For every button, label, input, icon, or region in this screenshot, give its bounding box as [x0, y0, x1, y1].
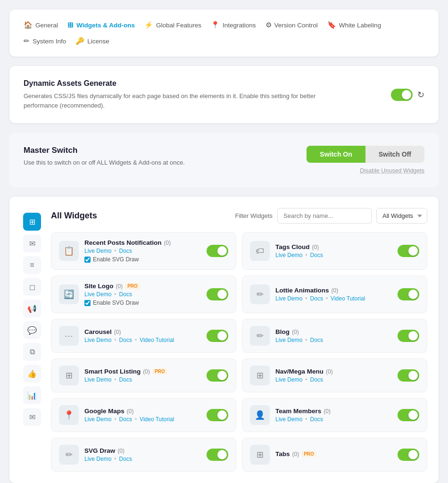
toggle-carousel[interactable]: [207, 330, 228, 342]
nav-integrations[interactable]: 📍 Integrations: [211, 19, 256, 31]
toggle-blog[interactable]: [398, 330, 419, 342]
switch-off-button[interactable]: Switch Off: [365, 146, 424, 163]
widget-count-recent-posts: (0): [164, 240, 171, 246]
dynamic-assets-toggle[interactable]: [391, 89, 413, 101]
widget-docs-recent-posts[interactable]: Docs: [119, 248, 132, 254]
toggle-google-maps[interactable]: [207, 409, 228, 421]
widget-docs-team-members[interactable]: Docs: [310, 416, 323, 423]
widgets-layout: ⊞ ✉ ≡ ◻ 📢 💬 ⧉ 👍 📊 ✉ All Widgets Filter W…: [21, 208, 427, 472]
widget-info-team-members: Team Members (0) Live Demo • Docs: [275, 408, 392, 423]
widget-links-smart-post: Live Demo • Docs: [84, 376, 201, 383]
widget-card-tags-cloud: 🏷 Tags Cloud (0) Live Demo • Docs: [242, 232, 427, 270]
sidebar-icon-layers[interactable]: ⧉: [23, 343, 41, 361]
widget-live-demo-tags-cloud[interactable]: Live Demo: [275, 252, 302, 258]
widget-docs-google-maps[interactable]: Docs: [119, 416, 132, 423]
widget-card-team-members: 👤 Team Members (0) Live Demo • Docs: [242, 398, 427, 432]
widgets-main: All Widgets Filter Widgets All Widgets A…: [51, 208, 427, 472]
widget-live-demo-site-logo[interactable]: Live Demo: [84, 291, 111, 298]
widget-icon-carousel: ⋯: [59, 326, 79, 346]
checkbox-svg-draw-site-logo[interactable]: [84, 300, 91, 306]
widget-name-team-members: Team Members: [275, 408, 321, 415]
filter-select[interactable]: All Widgets Active Inactive Pro: [376, 208, 427, 224]
sidebar-icon-chat[interactable]: 💬: [23, 321, 41, 339]
widget-live-demo-google-maps[interactable]: Live Demo: [84, 416, 111, 423]
checkbox-svg-draw-recent-posts[interactable]: [84, 257, 91, 263]
badge-pro-site-logo: PRO: [125, 283, 140, 289]
widget-docs-tags-cloud[interactable]: Docs: [310, 252, 323, 258]
widget-video-google-maps[interactable]: Video Tutorial: [140, 416, 174, 423]
toggle-tabs[interactable]: [398, 449, 419, 461]
refresh-icon[interactable]: ↻: [417, 90, 424, 100]
sidebar-icon-megaphone[interactable]: 📢: [23, 300, 41, 317]
sidebar-icon-grid[interactable]: ⊞: [23, 213, 41, 231]
widget-docs-carousel[interactable]: Docs: [119, 337, 132, 343]
search-input[interactable]: [277, 208, 372, 224]
widget-icon-tags-cloud: 🏷: [250, 241, 270, 261]
main-container: 🏠 General ⊞ Widgets & Add-ons ⚡ Global F…: [9, 9, 439, 483]
nav-license[interactable]: 🔑 License: [75, 35, 109, 47]
widget-info-tags-cloud: Tags Cloud (0) Live Demo • Docs: [275, 243, 392, 258]
widget-info-recent-posts: Recent Posts Notification (0) Live Demo …: [84, 239, 201, 263]
pen-icon: ✏: [24, 37, 30, 45]
widget-docs-svg-draw[interactable]: Docs: [119, 456, 132, 462]
filter-row: Filter Widgets All Widgets Active Inacti…: [235, 208, 427, 224]
widget-live-demo-blog[interactable]: Live Demo: [275, 337, 302, 343]
widget-docs-nav-mega[interactable]: Docs: [310, 376, 323, 383]
widget-live-demo-recent-posts[interactable]: Live Demo: [84, 248, 111, 254]
widget-docs-smart-post[interactable]: Docs: [119, 376, 132, 383]
widget-live-demo-nav-mega[interactable]: Live Demo: [275, 376, 302, 383]
toggle-nav-mega[interactable]: [398, 369, 419, 382]
pin-icon: 📍: [211, 21, 220, 29]
switch-on-button[interactable]: Switch On: [307, 146, 365, 163]
toggle-smart-post[interactable]: [207, 369, 228, 382]
widget-docs-blog[interactable]: Docs: [310, 337, 323, 343]
widget-count-team-members: (0): [324, 408, 331, 415]
toggle-tags-cloud[interactable]: [398, 245, 419, 257]
widget-card-svg-draw: ✏ SVG Draw (0) Live Demo • Docs: [51, 438, 236, 472]
widget-live-demo-smart-post[interactable]: Live Demo: [84, 376, 111, 383]
nav-general[interactable]: 🏠 General: [24, 19, 58, 31]
widgets-sidebar: ⊞ ✉ ≡ ◻ 📢 💬 ⧉ 👍 📊 ✉: [21, 208, 43, 472]
widget-live-demo-team-members[interactable]: Live Demo: [275, 416, 302, 423]
widget-icon-nav-mega: ⊞: [250, 366, 270, 385]
sidebar-icon-chart[interactable]: 📊: [23, 386, 41, 404]
nav-white-labeling[interactable]: 🔖 White Labeling: [327, 19, 381, 31]
gear-icon: ⚙: [265, 21, 272, 29]
sidebar-icon-envelope[interactable]: ✉: [23, 408, 41, 426]
dynamic-assets-text: Dynamic Assets Generate Generates CSS/JS…: [24, 79, 344, 110]
toggle-team-members[interactable]: [398, 409, 419, 421]
sidebar-icon-square[interactable]: ◻: [23, 278, 41, 296]
nav-version[interactable]: ⚙ Version Control: [265, 19, 318, 31]
widgets-title: All Widgets: [51, 211, 97, 221]
widget-icon-site-logo: 🔄: [59, 284, 79, 304]
nav-global[interactable]: ⚡ Global Features: [144, 19, 201, 31]
widget-video-lottie[interactable]: Video Tutorial: [331, 295, 365, 302]
widget-icon-svg-draw: ✏: [59, 445, 79, 465]
toggle-site-logo[interactable]: [207, 288, 228, 300]
disable-unused-button[interactable]: Disable Unused Widgets: [360, 167, 424, 174]
toggle-lottie[interactable]: [398, 288, 419, 300]
widgets-header: All Widgets Filter Widgets All Widgets A…: [51, 208, 427, 224]
sidebar-icon-list[interactable]: ≡: [23, 256, 41, 274]
sidebar-icon-mail[interactable]: ✉: [23, 234, 41, 252]
widget-live-demo-lottie[interactable]: Live Demo: [275, 295, 302, 302]
nav-widgets[interactable]: ⊞ Widgets & Add-ons: [67, 19, 135, 31]
sidebar-icon-thumb[interactable]: 👍: [23, 365, 41, 383]
nav-sysinfo[interactable]: ✏ System Info: [24, 35, 66, 47]
widget-links-nav-mega: Live Demo • Docs: [275, 376, 392, 383]
toggle-recent-posts[interactable]: [207, 245, 228, 257]
widget-docs-lottie[interactable]: Docs: [310, 295, 323, 302]
widget-links-tags-cloud: Live Demo • Docs: [275, 252, 392, 258]
master-switch-buttons: Switch On Switch Off Disable Unused Widg…: [307, 146, 424, 174]
widget-icon-blog: ✏: [250, 326, 270, 346]
widget-video-carousel[interactable]: Video Tutorial: [140, 337, 174, 343]
toggle-svg-draw[interactable]: [207, 449, 228, 461]
widget-card-site-logo: 🔄 Site Logo (0) PRO Live Demo • Docs: [51, 275, 236, 313]
widget-live-demo-carousel[interactable]: Live Demo: [84, 337, 111, 343]
widget-count-lottie: (0): [332, 287, 339, 294]
widget-icon-recent-posts: 📋: [59, 241, 79, 261]
widget-docs-site-logo[interactable]: Docs: [119, 291, 132, 298]
widget-live-demo-svg-draw[interactable]: Live Demo: [84, 456, 111, 462]
widget-count-nav-mega: (0): [326, 368, 333, 375]
widget-icon-lottie: ✏: [250, 284, 270, 304]
